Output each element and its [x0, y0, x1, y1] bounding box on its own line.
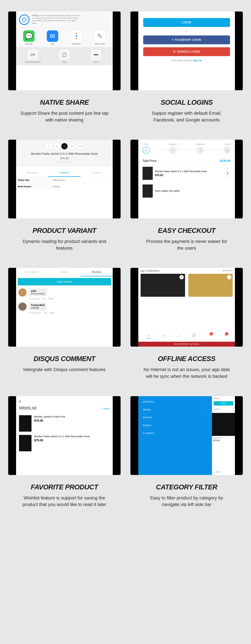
product-card[interactable]: ♥: [140, 274, 185, 331]
item-count: 5 items: [102, 407, 110, 410]
sidebar-item-jackets[interactable]: JACKETS+: [138, 398, 212, 406]
size-s[interactable]: S: [46, 143, 52, 150]
product-price: $75.00: [60, 157, 68, 160]
cart-icon[interactable]: 🛒: [192, 333, 196, 340]
action-reading-list[interactable]: 👓Add to Reading List: [18, 50, 48, 63]
tab-features[interactable]: Features: [48, 268, 80, 276]
size-m[interactable]: M: [53, 143, 60, 150]
cart-item: Faux Leather Zip Jacket: [142, 182, 231, 200]
product-image: [212, 413, 235, 436]
reply-link[interactable]: Reply: [48, 298, 54, 300]
card-desc: Support Share the post content just few …: [20, 110, 109, 123]
size-xxl[interactable]: XXL: [77, 143, 84, 150]
product-name: Bomber Parka Jacket 2 in 1 With Removabl…: [31, 152, 98, 156]
card-disqus: Description Features Reviews Write Revie…: [8, 268, 120, 380]
card-title: FAVORITE PRODUCT: [31, 483, 98, 491]
sidebar-item-shirts[interactable]: SHIRTS+: [138, 414, 212, 422]
tab-features[interactable]: Features: [48, 169, 80, 177]
bottom-nav: ⌂Home ⚏ ⌕ 🛒 ♡5 ☺5: [138, 331, 235, 342]
quantity-stepper[interactable]: ⌃1⌄: [225, 167, 231, 180]
screenshot: JACKETS+ JEANS+ SHIRTS+ SHOES+ T-SHIRTS+…: [130, 396, 243, 475]
action-more[interactable]: •••More: [81, 50, 111, 63]
card-title: EASY CHECKOUT: [158, 227, 215, 234]
reminders-icon: [70, 30, 82, 42]
list-item[interactable]: Bomber Jacket In Face Print$75.00: [19, 414, 110, 433]
cart-icon: 🛒: [142, 147, 150, 154]
home-icon[interactable]: ⌂: [213, 470, 215, 474]
share-app-reminders[interactable]: Reminders: [65, 30, 88, 45]
step-delivery[interactable]: Delivery⊙: [169, 143, 176, 154]
search-icon[interactable]: ⌕: [178, 333, 180, 340]
tab-description[interactable]: Description: [16, 169, 48, 177]
wishlist-icon[interactable]: ♡5: [208, 333, 211, 340]
product-card[interactable]: ♡: [188, 274, 233, 331]
profile-icon[interactable]: ☺5: [223, 333, 227, 340]
plus-icon: +: [206, 408, 208, 411]
like-link[interactable]: Like: [44, 312, 47, 314]
comment: Truong MinhQqqqqq 3 months agoLikeReply: [16, 301, 113, 315]
chevron-down-icon[interactable]: ⌄: [225, 176, 230, 180]
size-l[interactable]: L: [61, 143, 68, 150]
product-image: [142, 167, 153, 180]
like-link[interactable]: Like: [42, 298, 46, 300]
card-title: CATEGORY FILTER: [156, 483, 217, 491]
heart-icon[interactable]: ♥: [180, 275, 184, 279]
chevron-up-icon[interactable]: ⌃: [225, 167, 230, 171]
avatar: [18, 288, 26, 296]
plus-icon: +: [206, 432, 208, 434]
checkout-stepper: Cart🛒 Delivery⊙ Payment$ Order▤: [142, 143, 231, 154]
breadcrumb: Remo: [212, 396, 235, 400]
action-copy[interactable]: 📋Copy: [49, 50, 80, 63]
product-price: $75.00: [212, 439, 235, 442]
plus-icon: +: [206, 424, 208, 427]
screenshot: ags CollectionsShow All › ♥ ♡ ⌂Home ⚏ ⌕ …: [130, 268, 243, 346]
avatar: [18, 302, 26, 311]
write-review-button[interactable]: Write Review: [18, 278, 111, 286]
grid-icon[interactable]: ⚏: [163, 333, 166, 340]
share-app-notes[interactable]: ✎Add to Notes: [89, 30, 111, 45]
tab-features[interactable]: Featur: [212, 406, 235, 412]
product-image: [19, 415, 32, 432]
facebook-login-button[interactable]: fFACEBOOK LOGIN: [143, 36, 230, 44]
login-button[interactable]: LOGIN: [143, 18, 230, 27]
tab-reviews[interactable]: Reviews: [80, 268, 113, 276]
card-desc: Wishlist feature is support for saving t…: [20, 495, 109, 508]
card-title: OFFLINE ACCESS: [158, 355, 216, 363]
screenshot: ≡ WishList5 items Bomber Jacket In Face …: [8, 396, 120, 475]
signup-link[interactable]: Sign Up: [193, 59, 202, 62]
product-name: Bomber Ja: [212, 437, 235, 439]
notes-icon: ✎: [94, 30, 106, 42]
list-item[interactable]: Bomber Parka Jacket 2 in 1 With Removabl…: [19, 433, 110, 453]
tab-reviews[interactable]: Reviews: [80, 169, 113, 177]
screenshot: Description Features Reviews Write Revie…: [8, 268, 120, 346]
sidebar-item-tshirts[interactable]: T-SHIRTS+: [138, 429, 212, 437]
size-selector: S M L XL XXL: [46, 143, 84, 150]
menu-icon[interactable]: ≡: [19, 400, 110, 404]
share-app-mail[interactable]: ✉Mail: [41, 30, 64, 45]
cart-item: Bomber Parka Jacket 2 in 1 With Removabl…: [142, 164, 231, 182]
facebook-icon: f: [172, 38, 173, 41]
table-row: Model NumberCH-002: [16, 183, 113, 190]
card-desc: Easy to filter product by category by na…: [142, 495, 231, 508]
sidebar-item-jeans[interactable]: JEANS+: [138, 406, 212, 414]
plus-icon: +: [206, 416, 208, 419]
sidebar-item-shoes[interactable]: SHOES+: [138, 422, 212, 429]
product-image: [188, 274, 233, 297]
show-all-link[interactable]: Show All ›: [222, 269, 233, 272]
step-order[interactable]: Order▤: [224, 143, 231, 154]
size-xl[interactable]: XL: [69, 143, 76, 150]
home-icon[interactable]: ⌂: [146, 333, 151, 338]
google-login-button[interactable]: GGOOGLE LOGIN: [143, 47, 230, 56]
step-payment[interactable]: Payment$: [196, 143, 204, 154]
copy-icon: 📋: [59, 50, 70, 60]
card-category: JACKETS+ JEANS+ SHIRTS+ SHOES+ T-SHIRTS+…: [130, 396, 243, 508]
card-desc: Suppor register with default Email, Face…: [142, 110, 231, 123]
tab-description[interactable]: Description: [16, 268, 48, 276]
airdrop-icon: [19, 14, 30, 25]
reply-link[interactable]: Reply: [50, 312, 55, 314]
plus-icon: +: [206, 400, 208, 403]
card-desc: Dynamic loading for product variants and…: [20, 238, 109, 252]
share-app-message[interactable]: 💬Message: [18, 30, 40, 45]
card-social-logins: LOGIN Or fFACEBOOK LOGIN GGOOGLE LOGIN D…: [130, 12, 243, 123]
step-cart[interactable]: Cart🛒: [142, 143, 150, 154]
